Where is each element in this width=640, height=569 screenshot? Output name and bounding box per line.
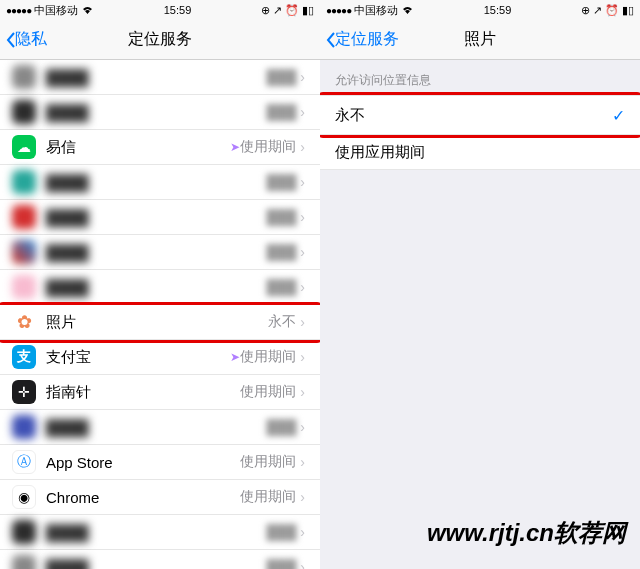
row-label: ████	[46, 209, 267, 226]
chevron-right-icon: ›	[300, 384, 305, 400]
row-label: ████	[46, 419, 267, 436]
list-item[interactable]: ███████›	[0, 515, 320, 550]
option-label: 永不	[335, 106, 612, 125]
grey-icon	[12, 555, 36, 569]
row-value: ███	[267, 559, 297, 569]
signal-dots: ●●●●●	[6, 5, 31, 16]
row-value: 使用期间	[240, 138, 296, 156]
back-button-location[interactable]: 定位服务	[320, 29, 399, 50]
nav-bar-left: 隐私 定位服务	[0, 20, 320, 60]
row-label: 指南针	[46, 383, 240, 402]
chevron-right-icon: ›	[300, 559, 305, 569]
row-value: 永不	[268, 313, 296, 331]
highlight-box: 永不 ✓	[320, 92, 640, 138]
chevron-right-icon: ›	[300, 349, 305, 365]
status-bar-left: ●●●●● 中国移动 15:59 ⊕ ↗ ⏰ ▮▯	[0, 0, 320, 20]
chevron-right-icon: ›	[300, 279, 305, 295]
row-value: 使用期间	[240, 383, 296, 401]
list-item[interactable]: ███████›	[0, 270, 320, 305]
status-icons: ⊕ ↗ ⏰ ▮▯	[261, 4, 314, 17]
chevron-right-icon: ›	[300, 139, 305, 155]
yixin-icon: ☁	[12, 135, 36, 159]
row-value: ███	[267, 279, 297, 295]
photos-icon	[12, 310, 36, 334]
list-item[interactable]: ███████›	[0, 410, 320, 445]
carrier-label: 中国移动	[354, 3, 398, 18]
row-label: Chrome	[46, 489, 240, 506]
row-value: 使用期间	[240, 348, 296, 366]
chevron-right-icon: ›	[300, 419, 305, 435]
option-while-using[interactable]: 使用应用期间	[320, 135, 640, 170]
list-item[interactable]: ◉Chrome使用期间›	[0, 480, 320, 515]
dark-icon	[12, 520, 36, 544]
nav-bar-right: 定位服务 照片	[320, 20, 640, 60]
row-label: ████	[46, 524, 267, 541]
alipay-icon: 支	[12, 345, 36, 369]
row-label: App Store	[46, 454, 240, 471]
list-item[interactable]: 照片永不›	[0, 305, 320, 340]
chevron-right-icon: ›	[300, 524, 305, 540]
carrier-label: 中国移动	[34, 3, 78, 18]
list-item[interactable]: ███████›	[0, 235, 320, 270]
compass-icon: ✛	[12, 380, 36, 404]
list-item[interactable]: ███████›	[0, 95, 320, 130]
location-arrow-icon: ➤	[230, 140, 240, 154]
highlight-box: 照片永不›	[0, 302, 320, 343]
list-item[interactable]: ███████›	[0, 165, 320, 200]
list-item[interactable]: ███████›	[0, 60, 320, 95]
list-item[interactable]: ███████›	[0, 550, 320, 569]
chevron-right-icon: ›	[300, 174, 305, 190]
options-area: 允许访问位置信息 永不 ✓ 使用应用期间	[320, 60, 640, 569]
red-icon	[12, 205, 36, 229]
pink-icon	[12, 275, 36, 299]
chevron-left-icon	[326, 32, 335, 48]
row-value: ███	[267, 419, 297, 435]
watermark-text: www.rjtj.cn软荐网	[427, 517, 626, 549]
option-never[interactable]: 永不 ✓	[320, 95, 640, 135]
chevron-right-icon: ›	[300, 209, 305, 225]
chevron-left-icon	[6, 32, 15, 48]
row-value: ███	[267, 104, 297, 120]
row-label: ████	[46, 559, 267, 570]
chevron-right-icon: ›	[300, 244, 305, 260]
list-item[interactable]: ███████›	[0, 200, 320, 235]
row-value: ███	[267, 524, 297, 540]
list-item[interactable]: 支支付宝➤使用期间›	[0, 340, 320, 375]
wifi-icon	[401, 4, 414, 16]
status-bar-right: ●●●●● 中国移动 15:59 ⊕ ↗ ⏰ ▮▯	[320, 0, 640, 20]
chevron-right-icon: ›	[300, 104, 305, 120]
app-list[interactable]: ███████›███████›☁易信➤使用期间›███████›███████…	[0, 60, 320, 569]
checkmark-icon: ✓	[612, 106, 625, 125]
dark-icon	[12, 100, 36, 124]
row-value: ███	[267, 174, 297, 190]
wifi-icon	[81, 4, 94, 16]
time-label: 15:59	[484, 4, 512, 16]
chevron-right-icon: ›	[300, 314, 305, 330]
blue-icon	[12, 415, 36, 439]
right-pane: ●●●●● 中国移动 15:59 ⊕ ↗ ⏰ ▮▯ 定位服务 照片 允许访问位置…	[320, 0, 640, 569]
row-label: 照片	[46, 313, 268, 332]
row-label: 支付宝	[46, 348, 230, 367]
row-label: ████	[46, 174, 267, 191]
grey-icon	[12, 65, 36, 89]
list-item[interactable]: ☁易信➤使用期间›	[0, 130, 320, 165]
option-label: 使用应用期间	[335, 143, 425, 162]
list-item[interactable]: ⒶApp Store使用期间›	[0, 445, 320, 480]
list-item[interactable]: ✛指南针使用期间›	[0, 375, 320, 410]
section-header: 允许访问位置信息	[320, 60, 640, 95]
back-button-privacy[interactable]: 隐私	[0, 29, 47, 50]
row-value: ███	[267, 244, 297, 260]
time-label: 15:59	[164, 4, 192, 16]
row-label: 易信	[46, 138, 230, 157]
mix-icon	[12, 240, 36, 264]
row-value: 使用期间	[240, 488, 296, 506]
chevron-right-icon: ›	[300, 489, 305, 505]
nav-title-left: 定位服务	[0, 29, 320, 50]
signal-dots: ●●●●●	[326, 5, 351, 16]
back-label: 隐私	[15, 29, 47, 50]
row-value: ███	[267, 69, 297, 85]
chevron-right-icon: ›	[300, 454, 305, 470]
teal-icon	[12, 170, 36, 194]
chrome-icon: ◉	[12, 485, 36, 509]
appstore-icon: Ⓐ	[12, 450, 36, 474]
